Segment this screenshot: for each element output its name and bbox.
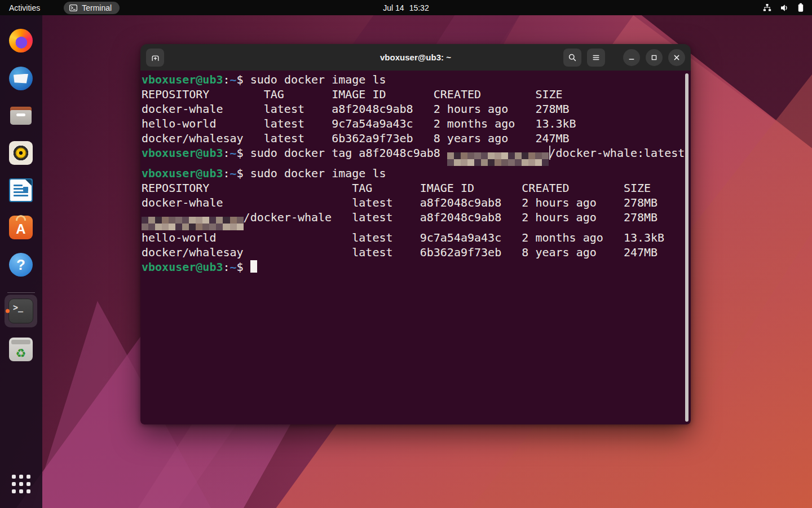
terminal-line-table-row: docker-whale latest a8f2048c9ab8 2 hours…	[142, 102, 691, 116]
files-icon	[9, 104, 33, 128]
minimize-button[interactable]	[623, 49, 640, 66]
focused-app-label: Terminal	[82, 3, 112, 12]
terminal-line-prompt: vboxuser@ub3:~$	[142, 260, 691, 274]
trash-icon: ♻	[9, 338, 33, 361]
clock-button[interactable]: Jul 14 15:32	[383, 3, 429, 12]
terminal-line-table-row: /docker-whale latest a8f2048c9ab8 2 hour…	[142, 210, 691, 230]
dock-separator	[7, 292, 35, 293]
dock-item-firefox[interactable]	[9, 29, 33, 52]
thunderbird-icon	[9, 67, 33, 90]
terminal-line-command: vboxuser@ub3:~$ sudo docker image ls	[142, 166, 691, 181]
new-tab-icon	[151, 53, 160, 63]
dock-item-help[interactable]: ?	[9, 253, 33, 277]
show-applications-button[interactable]	[12, 475, 30, 493]
titlebar[interactable]: vboxuser@ub3: ~	[140, 44, 691, 71]
running-indicator-dot	[6, 309, 10, 313]
desktop: Activities Terminal Jul 14 15:32	[0, 0, 812, 508]
terminal-line-command: vboxuser@ub3:~$ sudo docker image ls	[142, 72, 691, 87]
top-bar: Activities Terminal Jul 14 15:32	[0, 0, 812, 15]
terminal-content[interactable]: vboxuser@ub3:~$ sudo docker image ls REP…	[140, 71, 691, 424]
terminal-app-icon	[69, 3, 78, 12]
focused-app-menu[interactable]: Terminal	[64, 2, 120, 14]
maximize-button[interactable]	[646, 49, 663, 66]
terminal-line-table-row: hello-world latest 9c7a54a9a43c 2 months…	[142, 230, 691, 245]
volume-icon	[780, 3, 789, 12]
battery-icon	[797, 3, 804, 12]
terminal-line-command: vboxuser@ub3:~$ sudo docker tag a8f2048c…	[142, 146, 691, 166]
dock-item-thunderbird[interactable]	[9, 67, 33, 90]
clock-date: Jul 14	[383, 3, 404, 12]
redacted-username-block	[447, 152, 549, 166]
libreoffice-writer-icon	[9, 178, 33, 202]
close-icon	[673, 54, 681, 62]
network-wired-icon	[762, 3, 772, 12]
clock-time: 15:32	[409, 3, 429, 12]
help-icon: ?	[9, 253, 33, 277]
terminal-line-table-row: docker/whalesay latest 6b362a9f73eb 8 ye…	[142, 131, 691, 146]
dock-item-files[interactable]	[9, 104, 33, 128]
terminal-line-table-header: REPOSITORY TAG IMAGE ID CREATED SIZE	[142, 87, 691, 102]
system-status-area[interactable]	[762, 0, 806, 15]
dock-item-libreoffice-writer[interactable]	[9, 178, 33, 202]
maximize-icon	[650, 54, 658, 62]
menu-icon	[592, 53, 601, 62]
menu-button[interactable]	[587, 49, 605, 67]
search-icon	[568, 53, 577, 62]
dock-item-rhythmbox[interactable]	[9, 141, 33, 165]
rhythmbox-icon	[9, 141, 33, 165]
terminal-window: vboxuser@ub3: ~	[140, 44, 691, 424]
dock: A ? >_ ♻	[0, 15, 42, 508]
terminal-line-table-header: REPOSITORY TAG IMAGE ID CREATED SIZE	[142, 181, 691, 195]
terminal-line-table-row: hello-world latest 9c7a54a9a43c 2 months…	[142, 116, 691, 131]
minimize-icon	[628, 54, 636, 62]
terminal-icon: >_	[8, 299, 33, 323]
terminal-line-table-row: docker/whalesay latest 6b362a9f73eb 8 ye…	[142, 245, 691, 260]
close-button[interactable]	[668, 49, 685, 66]
terminal-line-table-row: docker-whale latest a8f2048c9ab8 2 hours…	[142, 195, 691, 210]
ubuntu-software-icon: A	[9, 216, 33, 239]
activities-button[interactable]: Activities	[0, 0, 49, 15]
dock-item-ubuntu-software[interactable]: A	[9, 216, 33, 239]
terminal-scrollbar[interactable]	[685, 73, 689, 422]
dock-item-trash[interactable]: ♻	[9, 338, 33, 361]
search-button[interactable]	[563, 49, 581, 67]
dock-item-terminal[interactable]: >_	[5, 295, 37, 327]
firefox-icon	[9, 29, 33, 52]
block-cursor	[250, 260, 257, 273]
new-tab-button[interactable]	[146, 49, 164, 67]
redacted-username-block	[142, 217, 244, 230]
